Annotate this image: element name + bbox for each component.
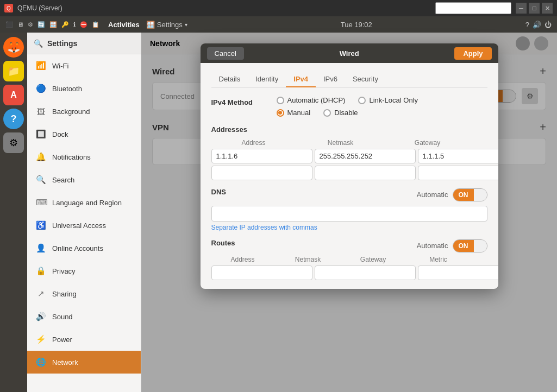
settings-label: Settings [157,21,183,29]
sidebar-item-search-label: Search [52,176,74,184]
tab-security[interactable]: Security [345,72,386,87]
route-gateway-1[interactable] [418,265,498,280]
radio-manual[interactable]: Manual [277,109,311,117]
sidebar-item-universal[interactable]: ♿ Universal Access [27,214,141,237]
online-icon: 👤 [36,243,46,253]
dock-item-help[interactable]: ? [3,109,24,129]
settings-menu[interactable]: 🪟 Settings ▾ [146,21,187,29]
routes-col1-header: Address [211,256,274,263]
dock-item-files[interactable]: 📁 [3,61,24,81]
sidebar-item-online[interactable]: 👤 Online Accounts [27,237,141,260]
sidebar-item-background[interactable]: 🖼 Background [27,100,141,123]
methods-row2: Manual Disable [277,109,418,117]
addr-address-2[interactable] [211,166,312,180]
addr-netmask-2[interactable] [315,166,416,180]
routes-toggle-off [474,240,487,252]
tab-ipv4[interactable]: IPv4 [286,72,316,87]
dns-hint: Separate IP addresses with commas [211,224,487,231]
radio-linklocal[interactable]: Link-Local Only [358,96,418,104]
dialog-overlay: Cancel Wired Apply Details Identity IPv4… [141,33,557,392]
sidebar-item-bluetooth[interactable]: 🔵 Bluetooth [27,77,141,100]
addr-gateway-1[interactable] [418,149,498,163]
routes-toggle[interactable]: ON [453,239,487,252]
sidebar-item-language-label: Language and Region [52,199,122,207]
radio-dhcp[interactable]: Automatic (DHCP) [277,96,346,104]
addr-gateway-2[interactable] [418,166,498,180]
universal-icon: ♿ [36,220,46,230]
dns-input[interactable] [211,206,487,222]
radio-disable[interactable]: Disable [323,109,358,117]
sidebar-item-notifications-label: Notifications [52,153,91,161]
sidebar-item-network[interactable]: 🌐 Network [27,351,141,374]
dialog-title: Wired [244,49,454,58]
dock-item-settings[interactable]: ⚙ [3,132,24,153]
addr-netmask-1[interactable] [315,149,416,163]
routes-auto-label: Automatic [417,242,448,250]
route-address-1[interactable] [211,265,312,280]
network-icon: 🌐 [36,357,46,367]
addr-row-1: ⊗ [211,149,487,163]
help-icon[interactable]: ? [525,21,529,29]
sidebar-item-privacy[interactable]: 🔒 Privacy [27,260,141,282]
privacy-icon: 🔒 [36,266,46,276]
sidebar-item-search[interactable]: 🔍 Search [27,168,141,191]
ipv4-method-row: IPv4 Method Automatic (DHCP) [211,96,487,117]
sidebar-item-network-label: Network [52,358,78,366]
settings-list: 📶 Wi-Fi 🔵 Bluetooth 🖼 Background 🔲 Dock … [27,54,141,392]
sidebar-item-dock[interactable]: 🔲 Dock [27,123,141,146]
dock-item-firefox[interactable]: 🦊 [3,37,24,58]
sidebar-item-wifi[interactable]: 📶 Wi-Fi [27,54,141,77]
sidebar-item-language[interactable]: ⌨ Language and Region [27,191,141,214]
radio-dhcp-input[interactable] [277,97,284,104]
addr-address-1[interactable] [211,149,312,163]
notifications-icon: 🔔 [36,152,46,162]
routes-col3-header: Gateway [342,256,405,263]
wired-dialog: Cancel Wired Apply Details Identity IPv4… [201,43,498,289]
tab-identity[interactable]: Identity [248,72,286,87]
addr-header: Address Netmask Gateway [211,139,487,147]
routes-col2-header: Netmask [277,256,340,263]
routes-label: Routes [211,239,235,247]
audio-icon[interactable]: 🔊 [533,21,541,29]
sidebar-item-online-label: Online Accounts [52,244,103,252]
radio-manual-input[interactable] [277,109,284,117]
sidebar-item-sound[interactable]: 🔊 Sound [27,305,141,328]
cancel-button[interactable]: Cancel [207,47,244,60]
dns-toggle[interactable]: ON [453,188,487,201]
sidebar-item-background-label: Background [52,108,90,116]
dock-icon: 🔲 [36,129,46,139]
activities-btn[interactable]: Activities [108,21,140,29]
radio-dhcp-label: Automatic (DHCP) [287,96,346,104]
sidebar-item-privacy-label: Privacy [52,267,76,275]
dns-toggle-off [474,189,487,201]
search-icon: 🔍 [34,39,43,48]
settings-sidebar: 🔍 Settings 📶 Wi-Fi 🔵 Bluetooth 🖼 Backgro… [27,33,141,392]
tab-ipv6[interactable]: IPv6 [316,72,345,87]
tab-details[interactable]: Details [211,72,248,87]
wifi-icon: 📶 [36,61,46,71]
maximize-button[interactable]: □ [529,3,540,14]
ipv4-method-label: IPv4 Method [211,98,277,106]
titlebar-search[interactable] [435,2,511,14]
settings-title: Settings [47,39,77,48]
dns-header: DNS Automatic ON [211,188,487,201]
minimize-button[interactable]: ─ [516,3,527,14]
power-icon[interactable]: ⏻ [545,21,552,29]
radio-disable-input[interactable] [323,109,331,117]
sidebar-item-sharing[interactable]: ↗ Sharing [27,282,141,305]
sidebar-item-power[interactable]: ⚡ Power [27,328,141,351]
radio-disable-label: Disable [334,109,358,117]
addr-row-2: ⊗ [211,166,487,180]
sidebar-item-power-label: Power [52,336,72,344]
dialog-tabs: Details Identity IPv4 IPv6 Security [211,72,487,87]
radio-linklocal-label: Link-Local Only [369,96,418,104]
dock-item-software[interactable]: A [3,85,24,105]
close-button[interactable]: ✕ [542,3,553,14]
sidebar-item-notifications[interactable]: 🔔 Notifications [27,146,141,168]
radio-linklocal-input[interactable] [358,97,366,104]
app-icon: Q [4,4,13,12]
power-settings-icon: ⚡ [36,334,46,344]
route-netmask-1[interactable] [315,265,416,280]
apply-button[interactable]: Apply [454,47,491,60]
ipv4-methods: Automatic (DHCP) Link-Local Only [277,96,418,117]
